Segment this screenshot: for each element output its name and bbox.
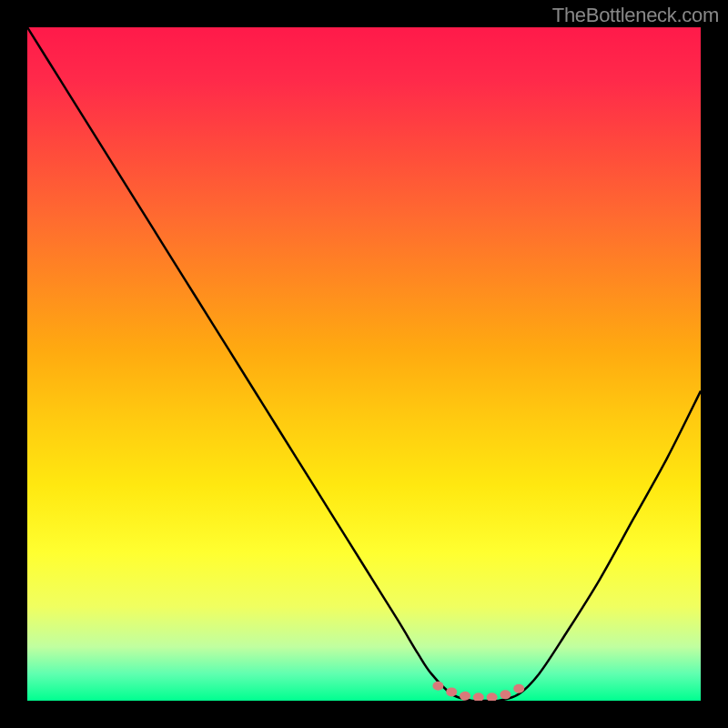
bottleneck-curve-line: [27, 27, 701, 701]
marker-dot: [500, 690, 511, 699]
marker-dot: [473, 693, 484, 701]
chart-svg: [27, 27, 701, 701]
marker-dot: [432, 682, 443, 691]
marker-dot: [460, 692, 470, 701]
plot-area: [27, 27, 701, 701]
marker-dot: [513, 684, 524, 693]
marker-dot: [446, 687, 457, 696]
marker-dot: [487, 693, 498, 701]
attribution-text: TheBottleneck.com: [552, 4, 719, 27]
